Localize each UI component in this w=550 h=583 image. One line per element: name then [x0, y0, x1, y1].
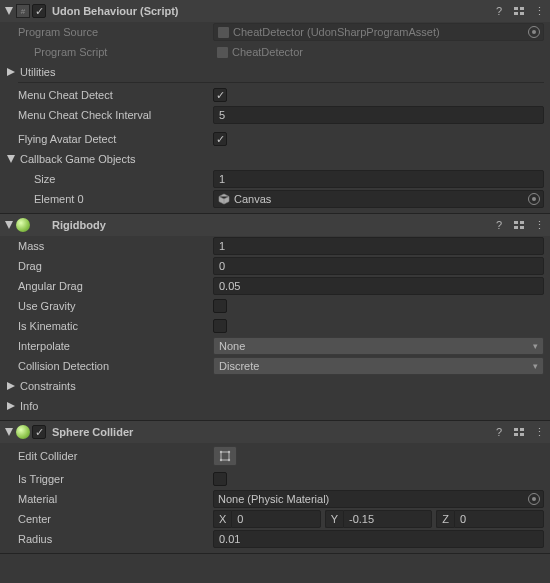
constraints-foldout[interactable]: Constraints [0, 376, 550, 396]
udon-header[interactable]: # Udon Behaviour (Script) ? ⋮ [0, 0, 550, 22]
menu-cheat-detect-row: Menu Cheat Detect [0, 85, 550, 105]
is-kinematic-label: Is Kinematic [18, 320, 213, 332]
center-y-label: Y [325, 510, 343, 528]
callback-element0-row: Element 0 Canvas [0, 189, 550, 209]
center-z-label: Z [436, 510, 454, 528]
program-source-row: Program Source CheatDetector (UdonSharpP… [0, 22, 550, 42]
sphere-collider-icon [16, 425, 30, 439]
preset-icon[interactable] [512, 425, 526, 439]
component-enable-checkbox[interactable] [32, 425, 46, 439]
script-icon: # [16, 4, 30, 18]
center-x-label: X [213, 510, 231, 528]
use-gravity-label: Use Gravity [18, 300, 213, 312]
svg-rect-12 [221, 452, 229, 460]
foldout-icon[interactable] [4, 427, 14, 437]
help-icon[interactable]: ? [492, 4, 506, 18]
callback-size-row: Size [0, 169, 550, 189]
program-script-row: Program Script CheatDetector [0, 42, 550, 62]
drag-label: Drag [18, 260, 213, 272]
collision-detection-label: Collision Detection [18, 360, 213, 372]
interpolate-label: Interpolate [18, 340, 213, 352]
program-script-label: Program Script [34, 46, 213, 58]
asset-icon [218, 27, 229, 38]
rigidbody-icon [16, 218, 30, 232]
foldout-icon[interactable] [4, 6, 14, 16]
callback-element0-field[interactable]: Canvas [213, 190, 544, 208]
svg-point-13 [220, 451, 222, 453]
svg-rect-10 [514, 433, 518, 436]
foldout-icon [6, 67, 16, 77]
center-vector: X Y Z [213, 510, 544, 528]
interpolate-dropdown[interactable]: None [213, 337, 544, 355]
edit-collider-label: Edit Collider [18, 450, 213, 462]
edit-collider-button[interactable] [213, 446, 237, 466]
svg-rect-4 [514, 221, 518, 224]
svg-point-14 [228, 451, 230, 453]
svg-rect-1 [520, 7, 524, 10]
mass-label: Mass [18, 240, 213, 252]
callback-size-label: Size [34, 173, 213, 185]
preset-icon[interactable] [512, 218, 526, 232]
info-foldout[interactable]: Info [0, 396, 550, 416]
callback-element0-label: Element 0 [34, 193, 213, 205]
material-field[interactable]: None (Physic Material) [213, 490, 544, 508]
flying-avatar-detect-checkbox[interactable] [213, 132, 227, 146]
center-z-input[interactable] [454, 510, 544, 528]
object-picker-icon[interactable] [528, 493, 540, 505]
menu-icon[interactable]: ⋮ [532, 218, 546, 232]
help-icon[interactable]: ? [492, 218, 506, 232]
component-enable-checkbox[interactable] [32, 4, 46, 18]
rigidbody-component: Rigidbody ? ⋮ Mass Drag Angular Drag Use… [0, 214, 550, 421]
svg-rect-7 [520, 226, 524, 229]
center-label: Center [18, 513, 213, 525]
callback-element0-value: Canvas [234, 193, 271, 205]
center-y-input[interactable] [343, 510, 432, 528]
foldout-icon [6, 381, 16, 391]
drag-input[interactable] [213, 257, 544, 275]
angular-drag-input[interactable] [213, 277, 544, 295]
use-gravity-checkbox[interactable] [213, 299, 227, 313]
utilities-foldout[interactable]: Utilities [0, 62, 550, 82]
help-icon[interactable]: ? [492, 425, 506, 439]
radius-label: Radius [18, 533, 213, 545]
flying-avatar-detect-label: Flying Avatar Detect [18, 133, 213, 145]
callback-label: Callback Game Objects [20, 153, 136, 165]
edit-collider-icon [218, 449, 232, 463]
radius-input[interactable] [213, 530, 544, 548]
menu-cheat-interval-input[interactable] [213, 106, 544, 124]
component-title: Udon Behaviour (Script) [52, 5, 490, 17]
is-kinematic-checkbox[interactable] [213, 319, 227, 333]
callback-size-input[interactable] [213, 170, 544, 188]
svg-point-15 [220, 459, 222, 461]
constraints-label: Constraints [20, 380, 76, 392]
component-title: Sphere Collider [52, 426, 490, 438]
menu-cheat-interval-label: Menu Cheat Check Interval [18, 109, 213, 121]
svg-rect-5 [520, 221, 524, 224]
is-trigger-checkbox[interactable] [213, 472, 227, 486]
script-asset-icon [217, 47, 228, 58]
sphere-collider-header[interactable]: Sphere Collider ? ⋮ [0, 421, 550, 443]
info-label: Info [20, 400, 38, 412]
collision-detection-dropdown[interactable]: Discrete [213, 357, 544, 375]
program-source-field[interactable]: CheatDetector (UdonSharpProgramAsset) [213, 23, 544, 41]
material-value: None (Physic Material) [218, 493, 329, 505]
svg-rect-8 [514, 428, 518, 431]
svg-rect-11 [520, 433, 524, 436]
center-x-input[interactable] [231, 510, 320, 528]
component-title: Rigidbody [52, 219, 490, 231]
preset-icon[interactable] [512, 4, 526, 18]
callback-foldout[interactable]: Callback Game Objects [0, 149, 550, 169]
menu-icon[interactable]: ⋮ [532, 425, 546, 439]
svg-rect-6 [514, 226, 518, 229]
material-label: Material [18, 493, 213, 505]
mass-input[interactable] [213, 237, 544, 255]
utilities-label: Utilities [20, 66, 55, 78]
menu-icon[interactable]: ⋮ [532, 4, 546, 18]
menu-cheat-detect-checkbox[interactable] [213, 88, 227, 102]
object-picker-icon[interactable] [528, 26, 540, 38]
udon-behaviour-component: # Udon Behaviour (Script) ? ⋮ Program So… [0, 0, 550, 214]
foldout-icon[interactable] [4, 220, 14, 230]
object-picker-icon[interactable] [528, 193, 540, 205]
program-script-field: CheatDetector [213, 43, 544, 61]
rigidbody-header[interactable]: Rigidbody ? ⋮ [0, 214, 550, 236]
